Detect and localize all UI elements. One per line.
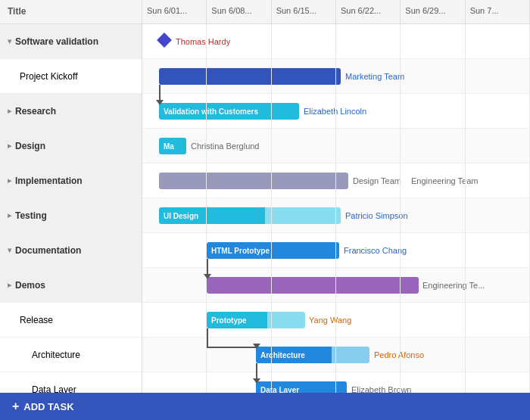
chart-row-4: Design TeamEngineering Team: [142, 163, 530, 198]
task-label: Project Kickoff: [20, 71, 77, 82]
chart-row-1: Marketing Team: [142, 59, 530, 94]
task-row-testing[interactable]: ▸Testing: [0, 198, 142, 233]
header-title: Title: [0, 0, 142, 23]
add-task-label: ADD TASK: [23, 401, 73, 412]
task-label: Data Layer: [32, 384, 76, 394]
gantt-bar[interactable]: Validation with Customers: [159, 103, 299, 120]
milestone-diamond: [157, 33, 172, 48]
task-label: Research: [15, 106, 56, 117]
chart-row-10: Data LayerElizabeth Brown: [142, 372, 530, 393]
task-row-implementation[interactable]: ▸Implementation: [0, 163, 142, 198]
header-col-4: Sun 6/29...: [401, 0, 465, 23]
resource-label: Patricio Simpson: [345, 211, 408, 220]
resource-label: Elizabeth Brown: [351, 385, 412, 394]
task-label: Implementation: [15, 176, 83, 186]
gantt-bar-split[interactable]: UI Design: [159, 207, 341, 224]
gantt-bar-split[interactable]: Prototype: [207, 312, 305, 328]
task-row-documentation[interactable]: ▾Documentation: [0, 233, 142, 268]
task-row-project-kickoff[interactable]: Project Kickoff: [0, 59, 142, 94]
gantt-header: Title Sun 6/01...Sun 6/08...Sun 6/15...S…: [0, 0, 530, 24]
resource-label: Marketing Team: [345, 72, 404, 81]
chart-row-6: HTML PrototypeFrancisco Chang: [142, 233, 530, 268]
header-cols: Sun 6/01...Sun 6/08...Sun 6/15...Sun 6/2…: [142, 0, 530, 23]
chart-row-8: PrototypeYang Wang: [142, 303, 530, 338]
task-label: Demos: [15, 280, 45, 291]
add-task-button[interactable]: + ADD TASK: [0, 393, 530, 420]
header-col-2: Sun 6/15...: [272, 0, 336, 23]
chart-rows: Thomas HardyMarketing TeamValidation wit…: [142, 24, 530, 393]
task-row-design[interactable]: ▸Design: [0, 129, 142, 163]
gantt-bar[interactable]: Data Layer: [256, 381, 347, 393]
header-col-3: Sun 6/22...: [336, 0, 401, 23]
resource-label: Pedro Afonso: [374, 350, 424, 359]
header-col-0: Sun 6/01...: [142, 0, 207, 23]
gantt-bar[interactable]: [159, 68, 341, 85]
plus-icon: +: [12, 400, 19, 413]
collapse-arrow-icon[interactable]: ▸: [8, 211, 11, 219]
task-row-research[interactable]: ▸Research: [0, 94, 142, 129]
task-label: Architecture: [32, 350, 80, 360]
header-col-5: Sun 7...: [466, 0, 530, 23]
resource-label: Elizabeth Lincoln: [304, 107, 366, 116]
task-label: Documentation: [15, 245, 81, 256]
task-list: ▾Software validationProject Kickoff▸Rese…: [0, 24, 142, 393]
task-label: Software validation: [15, 36, 98, 47]
collapse-arrow-icon[interactable]: ▸: [8, 176, 11, 185]
gantt-bar[interactable]: HTML Prototype: [207, 242, 339, 259]
collapse-arrow-icon[interactable]: ▸: [8, 107, 11, 115]
chart-row-9: ArchitecturePedro Afonso: [142, 338, 530, 372]
task-row-demos[interactable]: ▸Demos: [0, 268, 142, 303]
task-label: Release: [20, 315, 53, 325]
resource-label: Thomas Hardy: [176, 37, 230, 46]
chart-area: Thomas HardyMarketing TeamValidation wit…: [142, 24, 530, 393]
resource-label: Engineering Te...: [422, 281, 485, 290]
task-row-data-layer[interactable]: Data Layer: [0, 372, 142, 393]
resource-label: Francisco Chang: [344, 246, 407, 255]
gantt-bar[interactable]: [159, 173, 348, 189]
resource-label-2: Engineering Team: [411, 176, 478, 185]
resource-label: Yang Wang: [309, 316, 351, 325]
task-label: Testing: [15, 210, 47, 221]
chart-row-0: Thomas Hardy: [142, 24, 530, 59]
chart-row-2: Validation with CustomersElizabeth Linco…: [142, 94, 530, 129]
expand-arrow-icon[interactable]: ▾: [8, 37, 11, 45]
header-col-1: Sun 6/08...: [207, 0, 271, 23]
gantt-bar[interactable]: [207, 277, 419, 294]
gantt-bar-split[interactable]: Architecture: [256, 347, 369, 363]
chart-row-3: MaChristina Berglund: [142, 129, 530, 163]
task-label: Design: [15, 141, 45, 151]
collapse-arrow-icon[interactable]: ▸: [8, 281, 11, 289]
gantt-bar[interactable]: Ma: [159, 138, 186, 154]
collapse-arrow-icon[interactable]: ▸: [8, 142, 11, 150]
expand-arrow-icon[interactable]: ▾: [8, 246, 11, 254]
gantt-container: Title Sun 6/01...Sun 6/08...Sun 6/15...S…: [0, 0, 530, 420]
gantt-body: ▾Software validationProject Kickoff▸Rese…: [0, 24, 530, 393]
chart-row-7: Engineering Te...: [142, 268, 530, 303]
resource-label: Design Team: [353, 176, 401, 185]
task-row-architecture[interactable]: Architecture: [0, 338, 142, 372]
task-row-software-validation[interactable]: ▾Software validation: [0, 24, 142, 59]
task-row-release[interactable]: Release: [0, 303, 142, 338]
chart-row-5: UI DesignPatricio Simpson: [142, 198, 530, 233]
resource-label: Christina Berglund: [191, 142, 260, 151]
